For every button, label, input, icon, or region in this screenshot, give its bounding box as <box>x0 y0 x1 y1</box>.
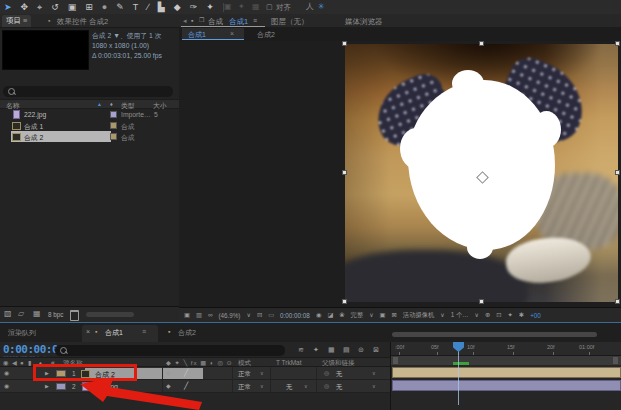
grid-guides-icon[interactable]: ⊟ <box>257 312 262 318</box>
exposure-reset-icon[interactable]: ✱ <box>519 312 524 318</box>
roto-brush-tool-icon[interactable]: ✑ <box>190 3 198 12</box>
eye-icon[interactable]: ◉ <box>4 370 9 376</box>
channels-icon[interactable]: ❀ <box>339 312 344 318</box>
project-row-comp1[interactable]: 合成 1 合成 <box>0 120 179 131</box>
type-tool-icon[interactable]: T <box>133 3 139 12</box>
zoom-caret-icon[interactable]: ∨ <box>246 312 250 318</box>
blend-mode-select[interactable]: 正常 <box>238 383 251 392</box>
close-icon[interactable]: × <box>86 328 90 335</box>
person-icon[interactable]: 人 <box>306 3 314 11</box>
label-column-icon[interactable]: ⬧ <box>110 101 113 107</box>
blend-mode-select[interactable]: 正常 <box>238 370 251 379</box>
quality-switch-icon[interactable]: ◆ <box>166 370 171 376</box>
comp-mini-flowchart-icon[interactable]: ≋ <box>298 346 304 353</box>
trash-icon[interactable] <box>70 310 79 321</box>
work-area-bar[interactable] <box>391 356 621 365</box>
trkmat-select[interactable]: 无 <box>286 383 293 392</box>
viewer-timecode[interactable]: 0:00:00:08 <box>280 312 310 319</box>
motion-blur-icon[interactable]: ⊜ <box>358 346 364 353</box>
timeline-navigator-bar[interactable] <box>392 332 597 337</box>
views-caret-icon[interactable]: ∨ <box>475 312 479 318</box>
flowchart-icon[interactable]: ✦ <box>508 312 513 318</box>
mode-caret-icon[interactable]: ∨ <box>260 384 264 389</box>
horizontal-scrollbar[interactable] <box>86 312 134 317</box>
clone-stamp-tool-icon[interactable]: ▙ <box>158 3 165 12</box>
eraser-tool-icon[interactable]: ◆ <box>174 3 181 12</box>
close-icon[interactable]: × <box>230 30 234 37</box>
project-search-input[interactable] <box>3 86 173 97</box>
tab-effect-controls[interactable]: 效果控件 合成2 <box>57 17 108 27</box>
trkmat-caret-icon[interactable]: ∨ <box>304 384 308 389</box>
layer-label-chip[interactable] <box>56 383 66 390</box>
selection-handle[interactable] <box>615 41 620 46</box>
parent-caret-icon[interactable]: ∨ <box>372 371 376 376</box>
parent-caret-icon[interactable]: ∨ <box>372 384 376 389</box>
hand-tool-icon[interactable]: ✥ <box>21 3 29 12</box>
zoom-tool-icon[interactable]: ⌖ <box>37 3 42 12</box>
lock-column-icon[interactable]: ▮ <box>28 360 31 366</box>
camera-tool-icon[interactable]: ▣ <box>68 3 77 12</box>
timeline-search-input[interactable] <box>55 345 285 356</box>
project-row-222jpg[interactable]: 222.jpg Importe… 5 <box>0 109 179 120</box>
time-ruler[interactable]: :00f 05f 10f 15f 20f 01:00f <box>391 342 621 356</box>
mode-caret-icon[interactable]: ∨ <box>260 371 264 376</box>
transparency-grid-icon[interactable]: ⊠ <box>392 312 397 318</box>
selection-handle[interactable] <box>479 299 484 304</box>
frame-blending-icon[interactable]: ▤ <box>343 346 350 353</box>
cat-photo-layer[interactable] <box>345 44 618 302</box>
label-chip[interactable] <box>110 111 117 118</box>
back-arrow-icon[interactable]: ◂ <box>183 17 187 24</box>
label-chip[interactable] <box>110 122 117 129</box>
work-area-start-handle[interactable] <box>393 357 398 364</box>
project-list-header[interactable]: 名称 ▲ ⬧ 类型 大小 <box>0 99 179 109</box>
selection-handle[interactable] <box>342 41 347 46</box>
fx-switch-icon[interactable]: ╱ <box>184 369 188 376</box>
tab-layer[interactable]: 图层（无） <box>271 17 309 27</box>
workspace-icon[interactable]: ✳ <box>318 3 325 11</box>
pen-tool-icon[interactable]: ✎ <box>116 3 124 12</box>
new-folder-icon[interactable]: ▱ <box>18 310 24 318</box>
bit-depth-button[interactable]: 8 bpc <box>48 311 63 318</box>
always-preview-icon[interactable]: ▣ <box>184 312 190 318</box>
comp-tab-2[interactable]: 合成2 <box>251 28 301 40</box>
selection-handle[interactable] <box>615 299 620 304</box>
switches-columns[interactable]: ◆ ✦ ╲ fx ▦ ◐ ◎ ⊙ <box>166 359 233 366</box>
project-row-comp2-selected[interactable]: 合成 2 合成 <box>0 131 179 142</box>
layer-bar-222jpg[interactable] <box>392 380 621 391</box>
tab-render-queue[interactable]: 渲染队列 <box>8 328 36 338</box>
tab-project[interactable]: 项目 ≡ <box>2 15 31 27</box>
pan-behind-tool-icon[interactable]: ⊞ <box>85 3 93 12</box>
draft-3d-icon[interactable]: ✦ <box>313 346 319 353</box>
selection-handle[interactable] <box>342 170 347 175</box>
view-layout-select[interactable]: 1 个… <box>451 311 469 320</box>
timeline-jump-icon[interactable]: ⊡ <box>496 312 501 318</box>
tab-timeline-comp2[interactable]: 合成2 <box>178 328 196 338</box>
glasses-icon[interactable]: ∞ <box>208 312 213 318</box>
interpret-footage-icon[interactable]: ▧ <box>4 310 12 318</box>
hide-shy-layers-icon[interactable]: ▦ <box>328 346 335 353</box>
snapshot-icon[interactable]: ◉ <box>316 312 322 318</box>
rotate-tool-icon[interactable]: ↺ <box>51 3 59 12</box>
align-checkbox[interactable]: ▢ <box>266 3 273 10</box>
shape-tool-icon[interactable]: ● <box>102 3 107 12</box>
panel-menu-icon[interactable]: ≡ <box>23 17 27 25</box>
selection-handle[interactable] <box>342 299 347 304</box>
zoom-level[interactable]: (46.9%) <box>218 312 240 319</box>
pickwhip-icon[interactable]: ◎ <box>324 383 329 389</box>
solo-column-icon[interactable]: ● <box>20 360 24 366</box>
tab-label[interactable]: 合成1 <box>105 328 123 338</box>
graph-editor-icon[interactable]: ⊠ <box>373 346 379 353</box>
resolution-caret-icon[interactable]: ∨ <box>369 312 373 318</box>
eye-column-icon[interactable]: ◉ <box>3 360 8 366</box>
viewer-canvas[interactable] <box>179 41 621 307</box>
parent-select[interactable]: 无 <box>336 383 343 392</box>
new-composition-icon[interactable]: ▦ <box>33 310 41 318</box>
camera-view-select[interactable]: 活动摄像机 <box>403 311 434 320</box>
resolution-select[interactable]: 完整 <box>351 311 364 320</box>
panel-menu-icon[interactable]: ≡ <box>253 17 257 24</box>
work-area-end-handle[interactable] <box>613 357 618 364</box>
comp-tab-label[interactable]: 合成1 <box>188 30 206 40</box>
layer-bar-comp2[interactable] <box>392 367 621 378</box>
tab-media-browser[interactable]: 媒体浏览器 <box>345 17 383 27</box>
sort-arrow-icon[interactable]: ▲ <box>97 102 102 107</box>
